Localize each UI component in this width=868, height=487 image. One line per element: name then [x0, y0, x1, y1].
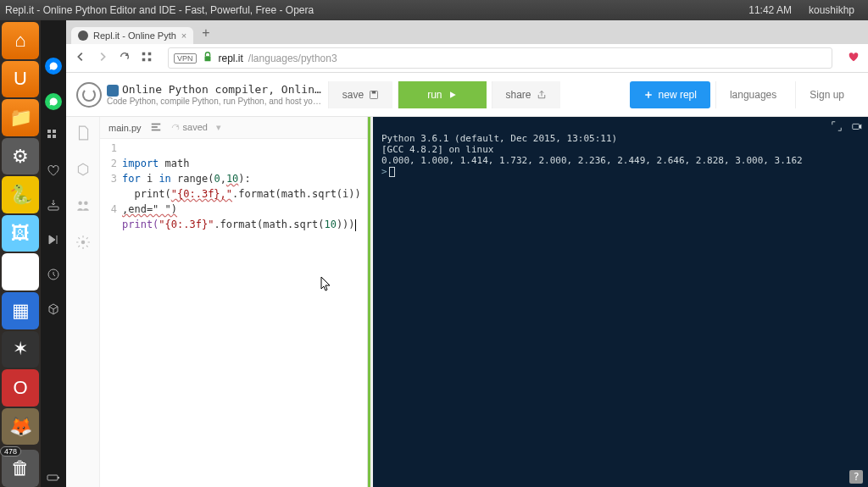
editor-pane: main.py saved ▾ 1234 import math for i i… [100, 117, 368, 487]
play-next-icon[interactable] [47, 233, 60, 249]
opera-sidebar [41, 20, 66, 487]
saved-indicator: saved [170, 122, 208, 133]
heart-outline-icon[interactable] [47, 163, 60, 180]
svg-rect-27 [853, 124, 860, 129]
svg-rect-17 [148, 58, 152, 62]
camera-icon[interactable] [851, 120, 863, 135]
share-button[interactable]: share [492, 81, 560, 108]
system-top-bar: Repl.it - Online Python Editor and IDE -… [0, 0, 868, 20]
apps-grid-icon[interactable] [47, 129, 60, 145]
run-button[interactable]: run [398, 81, 486, 108]
console-tools [831, 120, 863, 135]
lock-icon [202, 51, 214, 65]
new-tab-button[interactable]: + [193, 22, 218, 44]
svg-point-21 [78, 201, 82, 205]
launcher-item-ubuntu[interactable]: U [2, 61, 39, 98]
svg-rect-7 [53, 130, 56, 133]
page-subtitle: Code Python, compile Python, run Python,… [107, 97, 323, 106]
vpn-badge[interactable]: VPN [174, 53, 197, 64]
favicon-icon [78, 30, 88, 41]
url-host: repl.it [219, 53, 243, 64]
browser-tab[interactable]: Repl.it - Online Pyth × [71, 27, 193, 44]
replit-logo-icon[interactable] [76, 82, 102, 108]
svg-rect-20 [372, 91, 376, 93]
launcher-item-image[interactable]: 🖼 [2, 215, 39, 252]
launcher-item-settings[interactable]: ⚙ [2, 138, 39, 175]
close-tab-icon[interactable]: × [181, 30, 186, 41]
battery-icon[interactable] [47, 471, 60, 487]
url-input[interactable]: VPN repl.it/languages/python3 [168, 47, 832, 69]
format-icon[interactable] [150, 121, 162, 135]
new-repl-button[interactable]: new repl [630, 81, 710, 108]
languages-link[interactable]: languages [715, 81, 790, 108]
code-editor[interactable]: 1234 import math for i in range(0,10): p… [100, 139, 367, 487]
svg-rect-10 [48, 207, 58, 210]
back-icon[interactable] [75, 51, 86, 65]
cube-icon[interactable] [47, 302, 60, 318]
svg-rect-8 [47, 135, 51, 138]
svg-rect-12 [47, 475, 58, 480]
filename-label[interactable]: main.py [108, 123, 142, 133]
launcher-item-opera[interactable]: O [2, 369, 39, 407]
collab-icon[interactable] [75, 198, 91, 216]
svg-rect-25 [151, 126, 157, 128]
replit-header: Online Python compiler, Online Python ID… [66, 73, 868, 117]
settings-icon[interactable] [75, 235, 91, 252]
svg-rect-26 [151, 129, 160, 130]
speed-dial-icon[interactable] [141, 51, 153, 65]
save-button[interactable]: save [328, 81, 392, 108]
header-description: Online Python compiler, Online Python ID… [107, 83, 323, 106]
launcher-item-python[interactable]: 🐍 [2, 176, 39, 213]
launcher-item-files[interactable]: 📁 [2, 99, 39, 136]
tab-strip: Repl.it - Online Pyth × + [66, 20, 868, 44]
address-bar: VPN repl.it/languages/python3 [66, 44, 868, 73]
url-path: /languages/python3 [248, 53, 337, 64]
python-icon [107, 85, 119, 97]
messenger-icon[interactable] [45, 58, 62, 75]
svg-rect-13 [58, 477, 59, 479]
svg-rect-9 [53, 135, 56, 138]
file-icon[interactable] [75, 125, 91, 143]
svg-rect-14 [142, 53, 146, 56]
workspace: main.py saved ▾ 1234 import math for i i… [66, 117, 868, 487]
line-gutter: 1234 [100, 141, 122, 487]
console-caret [389, 167, 395, 177]
signup-link[interactable]: Sign up [795, 81, 858, 108]
launcher-item-gimp[interactable]: 🦊 [2, 408, 39, 445]
system-tray: hp 11:42 AM koushikhp [698, 4, 863, 16]
launcher-item-app[interactable]: ▦ [2, 292, 39, 329]
browser-chrome: Repl.it - Online Pyth × + VPN repl.it/la… [66, 20, 868, 487]
user-name[interactable]: koushikhp [809, 4, 854, 16]
history-icon[interactable] [47, 268, 60, 284]
download-tray-icon[interactable] [47, 198, 60, 214]
svg-rect-16 [142, 58, 146, 62]
svg-rect-18 [204, 56, 210, 61]
help-badge[interactable]: ? [849, 470, 863, 484]
console-output: Python 3.6.1 (default, Dec 2015, 13:05:1… [381, 122, 860, 188]
chevron-down-icon[interactable]: ▾ [216, 122, 221, 133]
whatsapp-icon[interactable] [45, 93, 62, 110]
launcher-item-dash[interactable]: ⌂ [2, 22, 39, 59]
nav-controls [75, 51, 153, 65]
left-tool-column [66, 117, 100, 487]
package-icon[interactable] [75, 162, 91, 180]
launcher-item-r[interactable]: R [2, 253, 39, 291]
expand-icon[interactable] [831, 120, 843, 135]
unity-launcher: ⌂ U 📁 ⚙ 🐍 🖼 R ▦ ✶ O 🦊 478 🗑 [0, 20, 41, 487]
window-title: Repl.it - Online Python Editor and IDE -… [5, 4, 698, 16]
console-pane[interactable]: Python 3.6.1 (default, Dec 2015, 13:05:1… [373, 117, 868, 487]
svg-rect-24 [151, 123, 160, 125]
svg-rect-15 [148, 53, 152, 56]
forward-icon[interactable] [97, 51, 108, 65]
page-title: Online Python compiler, Online Python ID… [107, 83, 323, 97]
bookmark-heart-icon[interactable] [848, 51, 860, 65]
launcher-item-term[interactable]: ✶ [2, 331, 39, 368]
launcher-badge: 478 [0, 446, 21, 457]
clock-text[interactable]: 11:42 AM [748, 4, 792, 16]
reload-icon[interactable] [119, 51, 131, 65]
tab-title: Repl.it - Online Pyth [93, 30, 176, 41]
svg-point-22 [84, 201, 88, 205]
svg-point-23 [81, 241, 85, 245]
code-content[interactable]: import math for i in range(0,10): print(… [122, 141, 367, 487]
svg-rect-6 [47, 130, 51, 133]
